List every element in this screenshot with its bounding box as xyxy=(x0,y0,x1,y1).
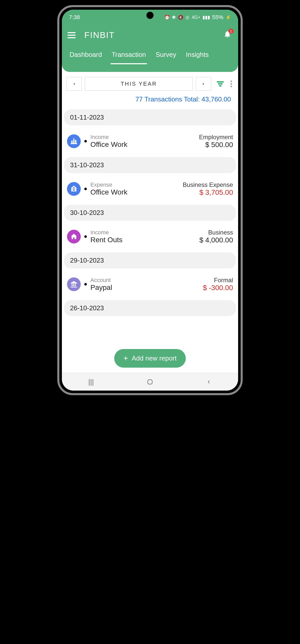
tx-dot xyxy=(84,283,87,286)
transaction-icon xyxy=(67,230,81,243)
transactions-summary: 77 Transactions Total: 43,760.00 xyxy=(62,93,238,108)
filter-icon[interactable] xyxy=(217,81,224,86)
notification-badge: 1 xyxy=(228,29,234,34)
content-area[interactable]: THIS YEAR 77 Transactions Total: 43,760.… xyxy=(62,72,238,373)
tx-dot xyxy=(84,188,87,190)
app-header: FINBIT 1 DashboardTransactionSurveyInsig… xyxy=(62,25,238,64)
tx-type: Account xyxy=(90,277,199,284)
tx-name: Paypal xyxy=(90,284,199,292)
tab-dashboard[interactable]: Dashboard xyxy=(69,48,103,64)
date-header: 01-11-2023 xyxy=(64,109,236,125)
transaction-icon xyxy=(67,277,81,291)
system-nav-bar: ||| xyxy=(62,373,238,391)
tx-details: Income Office Work xyxy=(90,134,196,149)
tx-category: Formal xyxy=(203,277,233,284)
recents-button[interactable]: ||| xyxy=(88,378,94,386)
status-icons: ⏰ ✱ 🔇 ◎ 4G+ ▮▮▮ 55% ⚡ xyxy=(164,14,231,21)
notifications-button[interactable]: 1 xyxy=(223,30,231,39)
tx-details: Account Paypal xyxy=(90,277,199,292)
date-header: 30-10-2023 xyxy=(64,205,236,221)
transaction-icon xyxy=(67,134,81,148)
tx-name: Office Work xyxy=(90,188,179,196)
home-button[interactable] xyxy=(147,379,153,385)
add-report-button[interactable]: + Add new report xyxy=(114,349,186,368)
camera-notch xyxy=(146,12,154,19)
tx-category: Business xyxy=(199,229,233,236)
tab-survey[interactable]: Survey xyxy=(155,48,177,64)
tx-dot xyxy=(84,235,87,238)
date-header: 26-10-2023 xyxy=(64,300,236,316)
plus-icon: + xyxy=(123,354,128,363)
tx-right: Business $ 4,000.00 xyxy=(199,229,233,244)
tx-dot xyxy=(84,140,87,143)
header-round xyxy=(62,64,238,72)
tx-category: Business Expense xyxy=(183,181,233,188)
signal-icon: ▮▮▮ xyxy=(202,15,210,20)
network-icon: 4G+ xyxy=(192,15,200,20)
svg-point-4 xyxy=(75,237,77,239)
svg-rect-5 xyxy=(148,380,152,384)
date-range-label[interactable]: THIS YEAR xyxy=(85,77,193,91)
tx-type: Income xyxy=(90,134,196,140)
date-header: 31-10-2023 xyxy=(64,157,236,173)
bluetooth-icon: ✱ xyxy=(172,15,176,20)
date-selector: THIS YEAR xyxy=(62,72,238,93)
date-next-button[interactable] xyxy=(196,77,211,91)
mute-icon: 🔇 xyxy=(178,15,183,20)
tx-right: Employment $ 500.00 xyxy=(199,134,233,149)
chevron-right-icon xyxy=(201,82,206,86)
back-button[interactable] xyxy=(206,379,212,385)
battery-percent: 55% xyxy=(212,14,223,21)
date-header: 29-10-2023 xyxy=(64,252,236,268)
more-options-button[interactable] xyxy=(229,79,234,89)
tx-category: Employment xyxy=(199,134,233,141)
transaction-item[interactable]: Account Paypal Formal $ -300.00 xyxy=(62,269,238,299)
phone-frame: 7:38 ⏰ ✱ 🔇 ◎ 4G+ ▮▮▮ 55% ⚡ FINBIT 1 xyxy=(57,5,243,395)
battery-icon: ⚡ xyxy=(225,15,231,20)
menu-button[interactable] xyxy=(66,31,77,39)
tx-right: Business Expense $ 3,705.00 xyxy=(183,181,233,197)
tx-right: Formal $ -300.00 xyxy=(203,277,233,292)
svg-rect-0 xyxy=(217,81,224,82)
tx-amount: $ -300.00 xyxy=(203,284,233,292)
status-time: 7:38 xyxy=(69,14,80,21)
tab-transaction[interactable]: Transaction xyxy=(111,48,147,64)
alarm-icon: ⏰ xyxy=(164,15,170,20)
tab-insights[interactable]: Insights xyxy=(185,48,210,64)
tx-type: Income xyxy=(90,229,196,236)
tx-name: Rent Outs xyxy=(90,236,196,244)
transaction-icon xyxy=(67,182,81,196)
tx-details: Expense Office Work xyxy=(90,182,179,196)
svg-rect-3 xyxy=(71,143,77,144)
tx-name: Office Work xyxy=(90,140,196,149)
app-title: FINBIT xyxy=(84,30,115,40)
date-prev-button[interactable] xyxy=(66,77,82,91)
transaction-item[interactable]: Expense Office Work Business Expense $ 3… xyxy=(62,174,238,204)
tx-amount: $ 4,000.00 xyxy=(199,236,233,244)
chevron-left-icon xyxy=(72,82,76,86)
svg-rect-2 xyxy=(219,85,222,86)
tabs: DashboardTransactionSurveyInsights xyxy=(66,48,234,64)
transaction-item[interactable]: Income Rent Outs Business $ 4,000.00 xyxy=(62,222,238,251)
tx-type: Expense xyxy=(90,182,179,188)
transaction-list: 01-11-2023 Income Office Work Employment… xyxy=(62,109,238,316)
tx-amount: $ 500.00 xyxy=(199,141,233,149)
fab-label: Add new report xyxy=(132,354,176,362)
tx-amount: $ 3,705.00 xyxy=(183,188,233,197)
tx-details: Income Rent Outs xyxy=(90,229,196,244)
hotspot-icon: ◎ xyxy=(185,15,189,20)
transaction-item[interactable]: Income Office Work Employment $ 500.00 xyxy=(62,126,238,156)
screen: 7:38 ⏰ ✱ 🔇 ◎ 4G+ ▮▮▮ 55% ⚡ FINBIT 1 xyxy=(62,10,238,391)
svg-rect-1 xyxy=(218,83,223,84)
